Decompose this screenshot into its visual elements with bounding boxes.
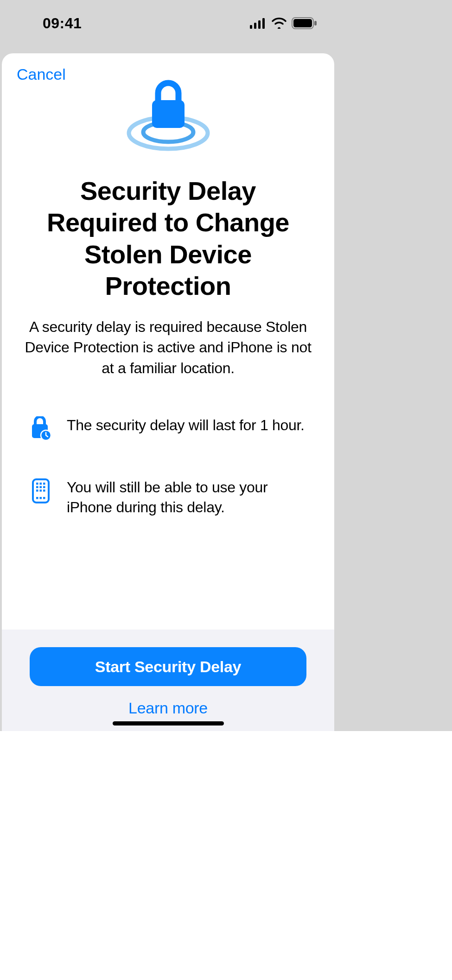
svg-rect-22 [36, 497, 38, 499]
svg-rect-24 [43, 497, 45, 499]
svg-rect-21 [43, 490, 45, 492]
svg-rect-23 [40, 497, 42, 499]
home-indicator[interactable] [113, 721, 224, 725]
svg-rect-6 [314, 21, 317, 25]
feature-text: The security delay will last for 1 hour. [67, 415, 305, 435]
svg-rect-5 [293, 19, 312, 27]
status-bar: 09:41 [0, 0, 336, 46]
svg-rect-9 [152, 100, 185, 128]
feature-text: You will still be able to use your iPhon… [67, 477, 307, 517]
svg-rect-14 [40, 483, 42, 485]
sheet-body: Security Delay Required to Change Stolen… [2, 88, 334, 630]
svg-rect-19 [36, 490, 38, 492]
feature-row: The security delay will last for 1 hour. [24, 415, 312, 440]
svg-rect-2 [258, 20, 261, 29]
feature-list: The security delay will last for 1 hour. [24, 415, 312, 517]
phone-apps-icon [29, 477, 53, 503]
article-background [0, 731, 452, 980]
svg-rect-13 [36, 483, 38, 485]
page-subtitle: A security delay is required because Sto… [24, 317, 312, 378]
svg-rect-3 [262, 18, 265, 29]
lock-clock-icon [29, 415, 53, 440]
page-title: Security Delay Required to Change Stolen… [24, 175, 312, 302]
cellular-icon [250, 18, 267, 29]
svg-rect-17 [40, 486, 42, 488]
battery-icon [292, 17, 318, 29]
cancel-button[interactable]: Cancel [17, 65, 66, 83]
svg-rect-0 [250, 25, 252, 29]
svg-rect-18 [43, 486, 45, 488]
modal-sheet: Cancel Security Delay Required to Change… [2, 53, 334, 731]
start-security-delay-button[interactable]: Start Security Delay [30, 647, 306, 686]
learn-more-link[interactable]: Learn more [128, 699, 208, 717]
lock-location-icon [124, 74, 212, 157]
svg-rect-15 [43, 483, 45, 485]
status-indicators [250, 17, 318, 29]
svg-rect-16 [36, 486, 38, 488]
sheet-footer: Start Security Delay Learn more [2, 630, 334, 731]
status-time: 09:41 [43, 15, 82, 32]
svg-rect-1 [254, 23, 256, 29]
svg-rect-20 [40, 490, 42, 492]
feature-row: You will still be able to use your iPhon… [24, 477, 312, 517]
wifi-icon [271, 18, 287, 29]
phone-frame: 09:41 [0, 0, 336, 731]
